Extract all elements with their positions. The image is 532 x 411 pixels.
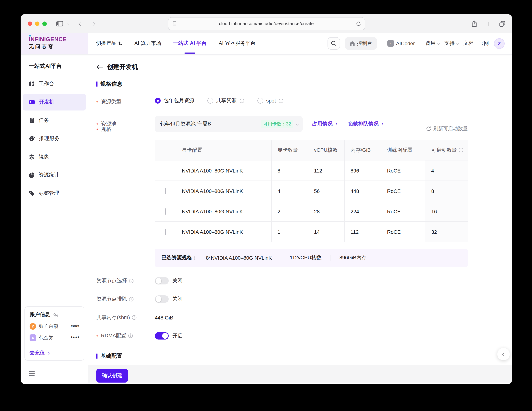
- cell-count: 4: [271, 181, 308, 201]
- spec-row-8gpu[interactable]: NVIDIA A100–80G NVLinK 8 112 896 RoCE 4: [155, 160, 468, 181]
- pool-links: 占用情况 负载排队情况: [312, 121, 383, 127]
- spec-row-2gpu[interactable]: NVIDIA A100–80G NVLinK 2 28 224 RoCE 16: [155, 201, 468, 221]
- close-window-button[interactable]: [28, 21, 32, 26]
- spec-table-header-row: 显卡配置 显卡数量 vCPU核数 内存/GiB 训练网配置 可启动数量: [155, 140, 468, 160]
- minimize-window-button[interactable]: [35, 21, 39, 26]
- load-queue-link[interactable]: 负载排队情况: [348, 121, 383, 127]
- sidebar-toggle-icon[interactable]: [56, 21, 63, 27]
- radio-icon[interactable]: [165, 188, 166, 194]
- reader-view-icon[interactable]: [172, 21, 177, 26]
- spec-row-1gpu[interactable]: NVIDIA A100–80G NVLinK 1 14 112 RoCE 32: [155, 221, 468, 242]
- sort-arrows-icon: [118, 41, 122, 46]
- eye-off-icon[interactable]: [53, 312, 59, 317]
- search-button[interactable]: [327, 37, 340, 50]
- node-exclude-toggle[interactable]: [155, 296, 169, 303]
- header-gap: [21, 54, 512, 55]
- billing-menu[interactable]: 费用: [425, 40, 439, 47]
- account-divider: [29, 346, 80, 346]
- cell-vcpu: 112: [308, 160, 344, 181]
- spec-row-4gpu[interactable]: NVIDIA A100–80G NVLinK 4 56 448 RoCE 8: [155, 181, 468, 201]
- info-icon: [129, 278, 134, 283]
- chevron-down-icon: [296, 123, 299, 125]
- chevron-right-icon: [381, 123, 383, 125]
- aicoder-link[interactable]: >_ AICoder: [387, 40, 415, 47]
- cell-mem: 112: [344, 221, 381, 242]
- col-gpu-count: 显卡数量: [271, 140, 308, 160]
- spec-label: 规格: [96, 125, 155, 133]
- back-arrow-icon[interactable]: [96, 64, 103, 69]
- new-tab-icon[interactable]: +: [486, 20, 490, 27]
- shm-label: 共享内存(shm): [96, 314, 155, 321]
- forward-icon[interactable]: [91, 21, 95, 26]
- user-avatar[interactable]: Z: [494, 38, 505, 49]
- radio-icon[interactable]: [165, 228, 166, 235]
- nav-ai-compute-market[interactable]: AI 算力市场: [134, 33, 161, 54]
- zoom-window-button[interactable]: [42, 21, 47, 26]
- info-icon: [128, 334, 133, 338]
- recharge-link[interactable]: 去充值: [29, 350, 80, 356]
- section-bar: [96, 353, 97, 359]
- header-divider: [420, 40, 420, 46]
- cell-net: RoCE: [381, 201, 425, 221]
- occupancy-link[interactable]: 占用情况: [312, 121, 337, 127]
- refresh-startable-count[interactable]: 刷新可启动数量: [426, 126, 468, 132]
- sidebar-item-devmachine[interactable]: 开发机: [23, 94, 86, 110]
- sidebar-item-workbench[interactable]: 工作台: [23, 75, 86, 92]
- shm-value: 448 GiB: [155, 315, 173, 320]
- sidebar-item-tasks[interactable]: 任务: [23, 112, 86, 129]
- node-select-state: 关闭: [172, 277, 182, 284]
- confirm-create-button[interactable]: 确认创建: [96, 369, 128, 383]
- radio-shared-resource[interactable]: 共享资源: [207, 97, 244, 104]
- rdma-toggle[interactable]: [155, 332, 169, 339]
- sidebar-menu-chevron-icon[interactable]: [67, 22, 69, 25]
- main-content: 创建开发机 规格信息 资源类型 包年包月资源: [88, 55, 512, 383]
- collapse-sidebar-icon[interactable]: [29, 371, 35, 376]
- coupon-label: 代金券: [39, 334, 53, 341]
- cell-count: 2: [271, 201, 308, 221]
- app-header: INFINIGENCE 无问芯穹 切换产品 AI 算力市场 一站式 AI 平台 …: [21, 33, 512, 54]
- cell-net: RoCE: [381, 221, 425, 242]
- browser-toolbar: cloud.infini-ai.com/aistudio/devinstance…: [21, 14, 512, 33]
- official-site-link[interactable]: 官网: [479, 40, 489, 47]
- account-info-title: 账户信息: [29, 311, 50, 318]
- available-cards-badge: 可用卡数：32: [261, 120, 293, 128]
- resource-pool-select[interactable]: 包年包月资源池-宁夏B 可用卡数：32: [155, 116, 303, 132]
- cell-startable: 32: [425, 221, 468, 242]
- radio-spot[interactable]: spot: [257, 98, 284, 104]
- balance-label: 账户余额: [39, 323, 58, 330]
- nav-one-stop-ai-platform[interactable]: 一站式 AI 平台: [173, 33, 207, 54]
- coupon-icon: ¥: [29, 334, 36, 341]
- nav-ai-container-platform[interactable]: AI 容器服务平台: [219, 33, 256, 54]
- radio-prepaid-resource[interactable]: 包年包月资源: [155, 97, 194, 104]
- brand-logo[interactable]: INFINIGENCE 无问芯穹: [21, 33, 88, 54]
- radio-icon[interactable]: [165, 208, 166, 215]
- tab-overview-icon[interactable]: [499, 21, 505, 27]
- back-icon[interactable]: [79, 21, 83, 26]
- node-select-toggle[interactable]: [155, 277, 169, 284]
- docs-link[interactable]: 文档: [463, 40, 474, 47]
- header-divider: [382, 40, 382, 46]
- nav-switch-product[interactable]: 切换产品: [96, 33, 122, 54]
- cell-vcpu: 28: [308, 201, 344, 221]
- sidebar-item-inference[interactable]: 推理服务: [23, 130, 86, 147]
- share-icon[interactable]: [471, 20, 477, 27]
- sidebar-item-tag-management[interactable]: 标签管理: [23, 185, 86, 202]
- reload-icon[interactable]: [356, 21, 361, 26]
- support-menu[interactable]: 支持: [444, 40, 458, 47]
- sidebar-item-images[interactable]: 镜像: [23, 148, 86, 165]
- chevron-left-icon: [502, 352, 506, 356]
- sidebar-item-resource-stats[interactable]: 资源统计: [23, 167, 86, 183]
- header-right: 控制台 >_ AICoder 费用 支持 文档 官网 Z: [327, 33, 512, 54]
- sidebar-footer: [21, 366, 88, 383]
- collapse-panel-button[interactable]: [497, 348, 510, 360]
- pie-chart-icon: [29, 172, 35, 178]
- brand-wordmark: INFINIGENCE: [29, 36, 88, 42]
- cell-net: RoCE: [381, 160, 425, 181]
- cell-mem: 448: [344, 181, 381, 201]
- radio-selected-icon: [155, 98, 161, 104]
- summary-gpu: 8*NVIDIA A100–80G NVLinK: [197, 255, 281, 261]
- console-button[interactable]: 控制台: [345, 37, 377, 50]
- address-bar[interactable]: cloud.infini-ai.com/aistudio/devinstance…: [168, 17, 365, 30]
- col-memory: 内存/GiB: [344, 140, 381, 160]
- page-head: 创建开发机: [96, 63, 512, 71]
